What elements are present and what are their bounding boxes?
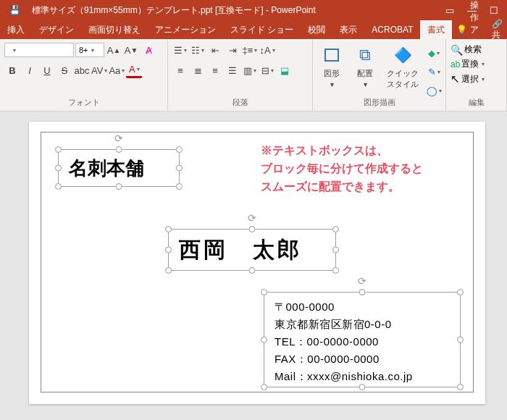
bulb-icon: 💡	[456, 25, 467, 35]
shape-fill-button[interactable]: ◆	[426, 45, 442, 61]
bold-button[interactable]: B	[4, 62, 20, 78]
resize-handle[interactable]	[332, 267, 339, 274]
save-icon[interactable]: 💾	[9, 5, 20, 15]
replace-button[interactable]: ab置換	[451, 58, 502, 70]
line-spacing-button[interactable]: ‡≡	[242, 42, 258, 58]
resize-handle[interactable]	[116, 146, 122, 153]
indent-increase-button[interactable]: ⇥	[225, 42, 240, 58]
resize-handle[interactable]	[176, 183, 183, 190]
tab-review[interactable]: 校閲	[301, 20, 332, 39]
align-left-button[interactable]: ≡	[172, 62, 188, 78]
note-line-2: ブロック毎に分けて作成すると	[261, 160, 423, 178]
quick-styles-label: クイック スタイル	[387, 68, 419, 90]
resize-handle[interactable]	[55, 183, 62, 190]
change-case-button[interactable]: Aa	[109, 62, 125, 78]
group-label-font: フォント	[4, 96, 163, 111]
resize-handle[interactable]	[165, 247, 172, 253]
textbox-address[interactable]: ⟳ 〒000-0000 東京都新宿区新宿0-0-0 TEL：00-0000-00…	[264, 292, 461, 387]
find-button[interactable]: 🔍検索	[451, 43, 502, 56]
resize-handle[interactable]	[176, 165, 183, 172]
resize-handle[interactable]	[332, 226, 339, 232]
shadow-button[interactable]: abc	[74, 62, 90, 78]
strike-button[interactable]: S	[56, 62, 72, 78]
group-label-editing: 編集	[451, 96, 502, 111]
resize-handle[interactable]	[457, 289, 464, 295]
resize-handle[interactable]	[457, 384, 464, 390]
rotate-handle-icon[interactable]: ⟳	[358, 275, 366, 287]
bullets-button[interactable]: ☰	[172, 42, 188, 58]
resize-handle[interactable]	[116, 183, 122, 190]
columns-button[interactable]: ▥	[242, 62, 258, 78]
group-editing: 🔍検索 ab置換 ↖選択 編集	[446, 39, 507, 111]
title-bar: 💾 標準サイズ（91mm×55mm）テンプレート.ppt [互換モード] - P…	[0, 0, 507, 20]
indent-decrease-button[interactable]: ⇤	[207, 42, 223, 58]
note-line-3: スムーズに配置できます。	[261, 178, 423, 196]
name-text: 西岡 太郎	[169, 230, 335, 271]
shape-outline-button[interactable]: ✎	[426, 64, 442, 80]
arrange-button[interactable]: ⧉ 配置 ▾	[351, 42, 380, 90]
address-street: 東京都新宿区新宿0-0-0	[275, 316, 450, 333]
font-color-button[interactable]: A	[126, 62, 142, 78]
resize-handle[interactable]	[176, 146, 183, 153]
align-center-button[interactable]: ≣	[190, 62, 206, 78]
clear-format-icon[interactable]: A̷	[141, 42, 156, 58]
resize-handle[interactable]	[261, 337, 267, 343]
group-label-drawing: 図形描画	[317, 96, 441, 111]
align-justify-button[interactable]: ☰	[225, 62, 240, 78]
tell-me[interactable]: 💡 操作アシス	[452, 20, 487, 39]
arrange-icon: ⧉	[353, 43, 377, 67]
address-mail: Mail：xxxx@nishioka.co.jp	[275, 368, 450, 385]
tab-design[interactable]: デザイン	[32, 20, 81, 39]
resize-handle[interactable]	[249, 226, 256, 232]
resize-handle[interactable]	[332, 247, 339, 253]
resize-handle[interactable]	[261, 384, 267, 390]
tab-transition[interactable]: 画面切り替え	[81, 20, 148, 39]
textbox-name[interactable]: ⟳ 西岡 太郎	[168, 229, 336, 271]
resize-handle[interactable]	[165, 267, 172, 274]
rotate-handle-icon[interactable]: ⟳	[114, 133, 123, 144]
group-paragraph: ☰ ☷ ⇤ ⇥ ‡≡ ↕A ≡ ≣ ≡ ☰ ▥ ⊟ ⬓ 段落	[168, 39, 313, 111]
ribbon-display-icon[interactable]: ▭	[445, 5, 454, 16]
resize-handle[interactable]	[359, 384, 366, 390]
shapes-icon	[320, 43, 343, 67]
arrange-label: 配置	[357, 68, 373, 79]
select-label: 選択	[461, 73, 479, 85]
numbering-button[interactable]: ☷	[190, 42, 206, 58]
increase-font-icon[interactable]: A▲	[106, 42, 122, 58]
slide-canvas[interactable]: ※テキストボックスは、 ブロック毎に分けて作成すると スムーズに配置できます。 …	[0, 112, 507, 420]
replace-label: 置換	[461, 58, 479, 70]
tab-format[interactable]: 書式	[420, 20, 452, 39]
tab-insert[interactable]: 挿入	[0, 20, 32, 39]
resize-handle[interactable]	[359, 289, 366, 295]
share-button[interactable]: 🔗 共	[487, 20, 507, 39]
tab-acrobat[interactable]: ACROBAT	[364, 20, 420, 39]
rotate-handle-icon[interactable]: ⟳	[248, 212, 256, 224]
align-right-button[interactable]: ≡	[207, 62, 223, 78]
resize-handle[interactable]	[249, 267, 256, 274]
slide[interactable]: ※テキストボックスは、 ブロック毎に分けて作成すると スムーズに配置できます。 …	[29, 122, 485, 404]
search-icon: 🔍	[451, 44, 463, 56]
resize-handle[interactable]	[457, 337, 464, 343]
font-size-selector[interactable]: 8+	[75, 43, 104, 57]
text-direction-button[interactable]: ↕A	[259, 42, 275, 58]
quick-styles-icon: 🔷	[391, 43, 414, 67]
resize-handle[interactable]	[55, 165, 62, 172]
italic-button[interactable]: I	[22, 62, 38, 78]
quick-styles-button[interactable]: 🔷 クイック スタイル	[384, 42, 422, 91]
decrease-font-icon[interactable]: A▼	[123, 42, 139, 58]
resize-handle[interactable]	[261, 289, 267, 295]
select-button[interactable]: ↖選択	[451, 72, 502, 85]
shapes-button[interactable]: 図形 ▾	[317, 42, 346, 90]
font-family-selector[interactable]	[4, 43, 74, 57]
tab-animation[interactable]: アニメーション	[148, 20, 223, 39]
textbox-company[interactable]: ⟳ 名刺本舗	[58, 149, 180, 187]
tab-view[interactable]: 表示	[332, 20, 364, 39]
spacing-button[interactable]: AV	[91, 62, 107, 78]
smartart-button[interactable]: ⬓	[277, 62, 293, 78]
align-text-button[interactable]: ⊟	[259, 62, 275, 78]
tab-slideshow[interactable]: スライド ショー	[223, 20, 301, 39]
maximize-icon[interactable]: ☐	[490, 5, 498, 16]
underline-button[interactable]: U	[39, 62, 55, 78]
resize-handle[interactable]	[165, 226, 172, 232]
resize-handle[interactable]	[55, 146, 62, 153]
